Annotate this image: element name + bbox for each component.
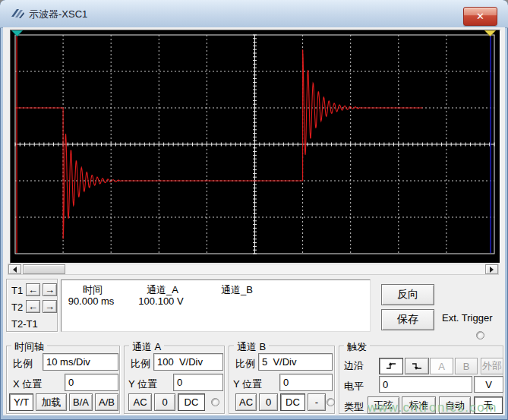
add-mode-label: 加载 [42,396,62,409]
save-button[interactable]: 保存 [381,309,434,330]
channel-b-scale-label: 比例 [235,357,255,371]
cursor-nav-group: T1 ← → T2 ← → T2-T1 [6,279,58,332]
trigger-level-input[interactable]: 0 [379,376,472,393]
channel-b-dc-label: DC [286,396,300,408]
channel-a-position-input[interactable]: 0 [173,374,223,391]
t2-right-button[interactable]: → [43,300,57,313]
channel-a-position-label: Y 位置 [128,377,157,391]
channel-a-scale-input[interactable]: 100 V/Div [153,353,223,371]
cursor-t1-handle[interactable] [11,30,23,36]
t2-left-button[interactable]: ← [26,300,40,313]
channel-a-ac-button[interactable]: AC [128,393,152,411]
close-icon: ✕ [476,11,484,22]
channel-a-panel: 通道 A 比例 100 V/Div Y 位置 0 AC 0 DC [124,346,225,414]
scope-display [10,30,500,264]
trigger-edge-label: 边沿 [344,359,364,373]
channel-b-position-input[interactable]: 0 [279,374,333,391]
channel-b-position-label: Y 位置 [233,377,262,391]
reverse-button-label: 反向 [397,288,418,302]
left-arrow-icon: ← [28,284,38,295]
ext-trigger-terminal[interactable] [476,331,484,339]
channel-a-scale-label: 比例 [131,357,150,371]
channel-a-title: 通道 A [129,340,164,354]
t1-left-button[interactable]: ← [26,283,40,296]
scope-canvas [11,30,498,261]
channel-b-title: 通道 B [234,340,269,354]
trigger-source-b-label: B [463,361,470,372]
channel-a-terminal[interactable] [211,398,219,406]
channel-b-zero-button[interactable]: 0 [259,393,278,411]
ba-mode-button[interactable]: B/A [69,393,93,411]
timebase-scale-input[interactable]: 10 ms/Div [43,353,118,371]
t1-label: T1 [11,285,23,296]
close-button[interactable]: ✕ [463,7,497,26]
channel-b-panel: 通道 B 比例 5 V/Div Y 位置 0 AC 0 DC - [229,346,335,414]
right-arrow-icon: → [45,301,55,312]
channel-a-zero-label: 0 [162,396,167,408]
timebase-position-label: X 位置 [13,377,42,391]
rising-edge-button[interactable] [379,358,403,374]
ba-mode-label: B/A [73,396,89,408]
t2-t1-label: T2-T1 [11,318,38,330]
t1-right-button[interactable]: → [43,283,57,296]
ab-mode-label: A/B [99,396,115,408]
ab-mode-button[interactable]: A/B [95,393,118,411]
window-title: 示波器-XSC1 [29,8,87,21]
channel-a-dc-button[interactable]: DC [178,393,205,411]
channel-b-dc-button[interactable]: DC [280,393,305,411]
oscilloscope-window: 示波器-XSC1 ✕ T1 ← → T2 ← → T2-T1 时间 通道_A [0,0,508,420]
trigger-source-a-button[interactable]: A [430,358,453,374]
trigger-title: 触发 [344,340,370,354]
falling-edge-button[interactable] [405,358,429,374]
title-bar[interactable]: 示波器-XSC1 ✕ [0,0,508,28]
trigger-type-label: 类型 [344,400,364,414]
trigger-source-a-label: A [438,361,445,372]
channel-b-minus-label: - [315,396,318,408]
trigger-level-label: 电平 [344,380,364,393]
save-button-label: 保存 [397,313,418,327]
trigger-source-ext-label: 外部 [482,359,502,373]
channel-b-ac-button[interactable]: AC [235,393,257,411]
timebase-scale-label: 比例 [13,357,33,371]
add-mode-button[interactable]: 加载 [36,393,67,411]
channel-b-scale-input[interactable]: 5 V/Div [258,353,333,371]
trigger-level-unit-select[interactable]: V [474,376,503,393]
falling-edge-icon [412,362,422,371]
t2-label: T2 [11,302,23,313]
timebase-position-input[interactable]: 0 [65,374,118,391]
yt-mode-label: Y/T [14,396,29,408]
scroll-right-button[interactable] [485,264,498,274]
multisim-instrument-icon [10,8,25,20]
horizontal-scrollbar[interactable] [8,264,499,275]
t1-channel-a-value: 100.100 V [138,295,183,307]
trigger-source-ext-button[interactable]: 外部 [481,358,503,374]
left-arrow-icon: ← [28,301,38,312]
scroll-right-icon [490,267,497,273]
ext-trigger-label: Ext. Trigger [442,312,492,324]
site-watermark: www.cntronics.com [368,400,497,415]
timebase-title: 时间轴 [11,340,47,354]
timebase-panel: 时间轴 比例 10 ms/Div X 位置 0 Y/T 加载 B/A A/B [6,346,120,414]
channel-b-ac-label: AC [239,396,253,408]
reverse-button[interactable]: 反向 [381,284,434,305]
channel-a-ac-label: AC [133,396,147,408]
channel-b-minus-button[interactable]: - [308,393,326,411]
readout-header-channel-b: 通道_B [221,283,253,297]
right-arrow-icon: → [45,284,55,295]
measurement-readout: 时间 通道_A 通道_B 90.000 ms 100.100 V [61,279,371,332]
scroll-left-icon [10,267,17,273]
rising-edge-icon [386,362,396,371]
channel-a-zero-button[interactable]: 0 [154,393,175,411]
trigger-source-b-button[interactable]: B [455,358,478,374]
scroll-left-button[interactable] [8,264,21,274]
scrollbar-thumb[interactable] [23,264,65,274]
channel-b-zero-label: 0 [266,396,271,408]
yt-mode-button[interactable]: Y/T [9,393,33,411]
channel-a-dc-label: DC [185,396,199,408]
t1-time-value: 90.000 ms [68,295,115,307]
channel-b-terminal[interactable] [327,398,335,406]
